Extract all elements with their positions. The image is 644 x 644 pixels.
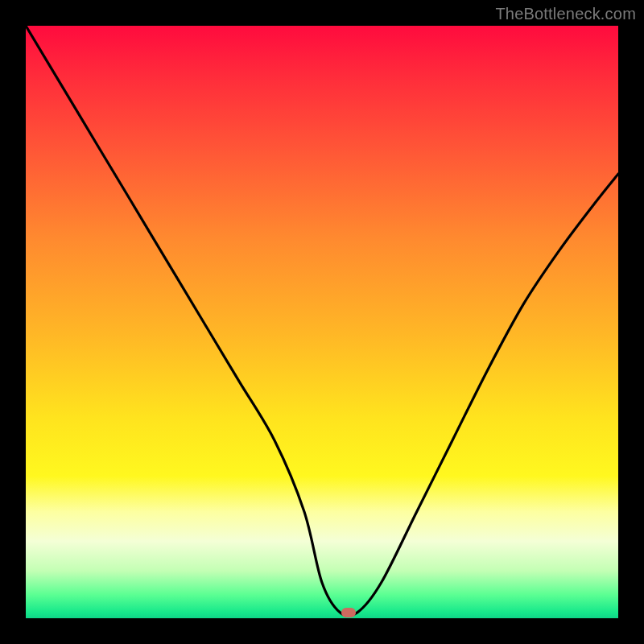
plot-area [26,26,618,618]
watermark-text: TheBottleneck.com [495,5,636,23]
chart-frame: TheBottleneck.com [0,0,644,644]
bottleneck-curve [26,26,618,618]
optimal-point-marker [341,608,356,617]
